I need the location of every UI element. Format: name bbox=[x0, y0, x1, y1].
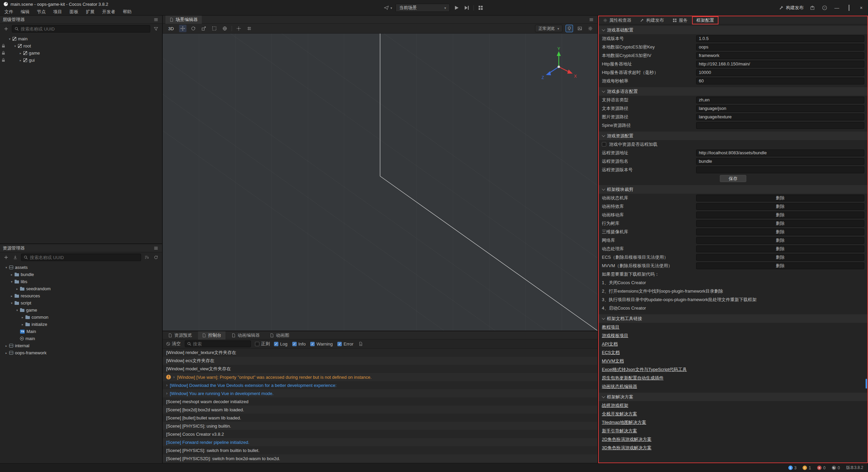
section-header-base-config[interactable]: 游戏基础配置 bbox=[599, 26, 867, 34]
tab-services[interactable]: 服务 bbox=[668, 16, 692, 24]
close-button[interactable]: × bbox=[858, 5, 865, 11]
sort-icon[interactable] bbox=[143, 254, 150, 261]
hierarchy-node[interactable]: ▾ main bbox=[0, 35, 162, 42]
log-row[interactable]: ! › [Window] render_texture文件夹存在 bbox=[163, 349, 597, 357]
property-input-box[interactable] bbox=[696, 122, 864, 129]
delete-button[interactable]: 删除 bbox=[696, 245, 864, 252]
property-input[interactable] bbox=[699, 61, 862, 66]
property-input-box[interactable] bbox=[696, 97, 864, 103]
asset-node[interactable]: ▾ game bbox=[0, 307, 162, 314]
error-count[interactable]: × 0 bbox=[817, 466, 826, 470]
tab-framework-config[interactable]: 框架配置 bbox=[692, 16, 718, 24]
lock-icon[interactable] bbox=[2, 58, 5, 62]
property-input[interactable] bbox=[699, 53, 862, 58]
property-input-box[interactable] bbox=[696, 69, 864, 76]
property-input-box[interactable] bbox=[696, 52, 864, 59]
checkbox-checked-icon[interactable]: ✓ bbox=[310, 342, 315, 346]
doc-link[interactable]: 游戏模板项目 bbox=[602, 333, 628, 339]
scene-camera-button[interactable] bbox=[576, 25, 584, 32]
filter-icon[interactable] bbox=[153, 25, 159, 32]
menu-item[interactable]: 面板 bbox=[66, 8, 82, 16]
expand-arrow-icon[interactable]: › bbox=[166, 391, 167, 396]
hierarchy-search-input[interactable] bbox=[21, 26, 147, 32]
property-input[interactable] bbox=[699, 78, 862, 83]
info-count[interactable]: i 3 bbox=[788, 466, 797, 470]
asset-node[interactable]: ▸ seedrandom bbox=[0, 285, 162, 292]
scene-viewport[interactable]: Y X Z bbox=[163, 34, 597, 331]
help-icon[interactable]: ? bbox=[821, 4, 828, 11]
doc-link[interactable]: ECS文档 bbox=[602, 350, 620, 356]
menu-item[interactable]: 帮助 bbox=[119, 8, 135, 16]
log-row[interactable]: ! › [Window] Download the Vue Devtools e… bbox=[163, 381, 597, 389]
asset-node[interactable]: ▸ resources bbox=[0, 292, 162, 299]
section-header-language-config[interactable]: 游戏多语言配置 bbox=[599, 87, 867, 96]
add-asset-button[interactable] bbox=[3, 254, 9, 261]
delete-button[interactable]: 删除 bbox=[696, 229, 864, 235]
section-header-resource-config[interactable]: 游戏资源配置 bbox=[599, 132, 867, 140]
view-mode-select[interactable]: 正常浏览 ▾ bbox=[535, 25, 563, 32]
warning-count[interactable]: ! 1 bbox=[803, 466, 811, 470]
property-input[interactable] bbox=[699, 123, 862, 128]
property-input[interactable] bbox=[699, 70, 862, 75]
expand-arrow-icon[interactable]: ▾ bbox=[15, 309, 19, 312]
preview-target-button[interactable]: ▾ bbox=[384, 5, 392, 10]
hierarchy-node[interactable]: ▸ gui bbox=[0, 57, 162, 64]
console-tab[interactable]: 控制台 bbox=[198, 331, 225, 339]
console-tab[interactable]: 资源预览 bbox=[164, 331, 196, 339]
delete-button[interactable]: 删除 bbox=[696, 220, 864, 227]
delete-button[interactable]: 删除 bbox=[696, 237, 864, 244]
asset-node[interactable]: Main bbox=[0, 328, 162, 335]
doc-link[interactable]: Excel格式转Json文件与TypeScript代码工具 bbox=[602, 367, 687, 373]
regex-toggle[interactable]: 正则 bbox=[255, 341, 270, 347]
log-row[interactable]: ! › [Scene] [PHYSICS]: switch from built… bbox=[163, 446, 597, 454]
checkbox-checked-icon[interactable]: ✓ bbox=[292, 342, 297, 346]
expand-arrow-icon[interactable]: › bbox=[173, 375, 175, 379]
orientation-gizmo[interactable]: Y X Z bbox=[540, 47, 578, 85]
log-row[interactable]: ! › [Scene] [bullet]:bullet wasm lib loa… bbox=[163, 414, 597, 422]
console-search-box[interactable] bbox=[185, 340, 251, 347]
mode-3d-button[interactable]: 3D bbox=[166, 26, 176, 31]
build-publish-button[interactable]: 构建发布 bbox=[779, 5, 804, 11]
snap-grid-button[interactable] bbox=[245, 25, 253, 32]
checkbox-icon[interactable] bbox=[602, 142, 606, 146]
move-tool-button[interactable] bbox=[179, 25, 186, 32]
solution-link[interactable]: 2D角色扮演游戏解决方案 bbox=[602, 436, 652, 442]
collapse-logs-icon[interactable] bbox=[357, 340, 364, 347]
property-input-box[interactable] bbox=[696, 166, 864, 173]
expand-arrow-icon[interactable]: ▸ bbox=[4, 344, 8, 348]
hierarchy-node[interactable]: ▸ game bbox=[0, 50, 162, 57]
scene-settings-gear-icon[interactable] bbox=[587, 25, 594, 32]
clear-console-button[interactable]: 清空 bbox=[166, 341, 181, 347]
expand-arrow-icon[interactable]: ▸ bbox=[9, 273, 14, 276]
solution-link[interactable]: 3D角色扮演游戏解决方案 bbox=[602, 445, 652, 451]
expand-arrow-icon[interactable]: ▸ bbox=[20, 316, 25, 319]
import-asset-icon[interactable] bbox=[12, 254, 19, 261]
asset-node[interactable]: ▸ oops-framework bbox=[0, 349, 162, 356]
transform-gizmo-button[interactable] bbox=[221, 25, 229, 32]
expand-arrow-icon[interactable]: ▸ bbox=[15, 287, 19, 291]
expand-arrow-icon[interactable]: ▾ bbox=[7, 37, 12, 41]
checkbox-checked-icon[interactable]: ✓ bbox=[337, 342, 342, 346]
doc-link[interactable]: 教程项目 bbox=[602, 324, 619, 330]
checkbox-icon[interactable] bbox=[255, 342, 259, 346]
doc-link[interactable]: MVVM文档 bbox=[602, 358, 624, 364]
solution-link[interactable]: 新手引导解决方案 bbox=[602, 428, 637, 434]
solution-link[interactable]: Tiledmap地图解决方案 bbox=[602, 419, 646, 426]
expand-arrow-icon[interactable]: ▸ bbox=[18, 52, 23, 55]
add-node-button[interactable] bbox=[3, 25, 9, 32]
section-header-solutions[interactable]: 框架解决方案 bbox=[599, 393, 867, 401]
doc-link[interactable]: API文档 bbox=[602, 341, 618, 347]
panel-menu-icon[interactable] bbox=[153, 245, 159, 252]
property-input-box[interactable] bbox=[696, 114, 864, 120]
property-input-box[interactable] bbox=[696, 158, 864, 165]
asset-node[interactable]: ▸ common bbox=[0, 314, 162, 321]
rect-tool-button[interactable] bbox=[211, 25, 218, 32]
property-input[interactable] bbox=[699, 97, 862, 102]
asset-node[interactable]: ▾ assets bbox=[0, 264, 162, 271]
console-tab[interactable]: 动画图 bbox=[266, 331, 293, 339]
asset-node[interactable]: ▸ initialize bbox=[0, 321, 162, 328]
property-input[interactable] bbox=[699, 36, 862, 41]
log-row[interactable]: ! › [Scene] Cocos Creator v3.8.2 bbox=[163, 430, 597, 438]
checkbox-checked-icon[interactable]: ✓ bbox=[274, 342, 278, 346]
expand-arrow-icon[interactable]: ▸ bbox=[18, 59, 23, 62]
